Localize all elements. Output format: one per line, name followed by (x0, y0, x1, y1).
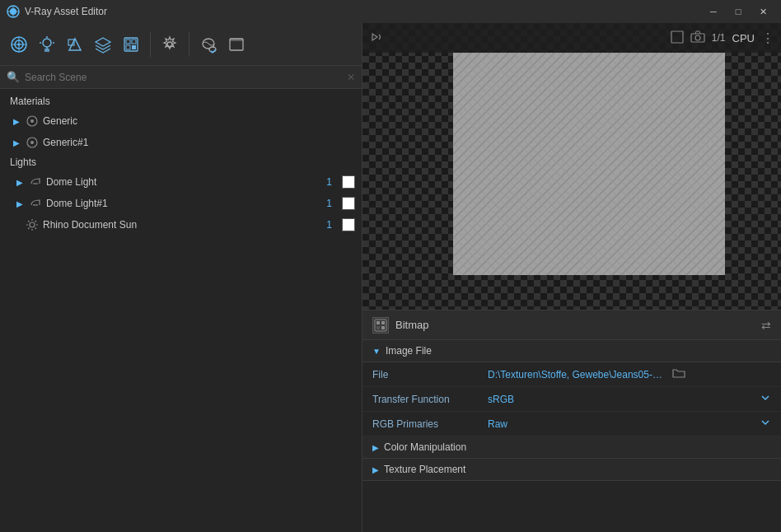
dome-light-label: Dome Light (46, 176, 323, 188)
list-item[interactable]: Rhino Document Sun 1 (0, 214, 362, 236)
list-item[interactable]: ▶ Dome Light#1 1 (0, 193, 362, 214)
rgb-primaries-row: RGB Primaries Raw (362, 412, 781, 436)
color-manipulation-label: Color Manipulation (384, 441, 466, 453)
texture-placement-label: Texture Placement (384, 464, 465, 475)
app-icon (7, 5, 20, 18)
main-layout: 🔍 ✕ Materials ▶ Generic ▶ (0, 23, 781, 532)
section-expand-arrow: ▼ (372, 347, 381, 356)
rgb-primaries-dropdown[interactable] (760, 417, 771, 432)
file-browse-icon[interactable] (672, 367, 685, 381)
titlebar: V-Ray Asset Editor ─ □ ✕ (0, 0, 781, 23)
more-options-icon[interactable]: ⋮ (761, 30, 774, 46)
svg-rect-48 (381, 321, 385, 324)
settings-icon[interactable] (157, 32, 182, 57)
bitmap-title: Bitmap (395, 319, 755, 331)
render-icon[interactable] (196, 32, 221, 57)
expand-arrow: ▶ (13, 117, 21, 126)
svg-line-40 (35, 221, 37, 222)
sun-light-label: Rhino Document Sun (43, 219, 323, 231)
dome-light-icon (28, 175, 43, 189)
close-button[interactable]: ✕ (751, 0, 774, 23)
material-icon (25, 114, 40, 128)
svg-rect-20 (126, 45, 130, 49)
audio-icon (369, 30, 384, 47)
svg-rect-50 (381, 326, 385, 329)
toolbar-divider-2 (189, 32, 189, 57)
minimize-button[interactable]: ─ (702, 0, 725, 23)
sun-light-swatch (342, 218, 355, 231)
dome-light-1-count: 1 (326, 198, 332, 209)
camera-icon[interactable] (690, 30, 705, 46)
render-ratio: 1/1 (712, 32, 726, 44)
layers-icon[interactable] (91, 32, 115, 57)
rgb-primaries-value: Raw (488, 418, 760, 430)
dome-light-icon (28, 196, 43, 211)
dome-light-1-swatch (342, 197, 355, 210)
search-input[interactable] (25, 72, 342, 83)
color-manipulation-section[interactable]: ▶ Color Manipulation (362, 436, 781, 459)
material-label: Generic#1 (43, 137, 355, 148)
toolbar (0, 23, 362, 66)
file-property-row: File D:\Texturen\Stoffe, Gewebe\Jeans05-… (362, 362, 781, 387)
svg-rect-49 (376, 326, 380, 329)
svg-rect-19 (132, 40, 136, 44)
list-item[interactable]: ▶ Dome Light 1 (0, 171, 362, 193)
svg-line-39 (35, 228, 37, 230)
lights-icon[interactable] (35, 32, 59, 57)
left-panel: 🔍 ✕ Materials ▶ Generic ▶ (0, 23, 362, 532)
svg-rect-18 (126, 40, 130, 44)
cpu-label: CPU (732, 32, 755, 44)
svg-rect-21 (132, 45, 136, 49)
transfer-function-dropdown[interactable] (760, 392, 771, 407)
sun-light-count: 1 (326, 219, 332, 231)
right-panel: 1/1 CPU ⋮ Bitmap (362, 23, 781, 532)
svg-marker-42 (372, 34, 377, 40)
svg-rect-47 (376, 321, 380, 324)
clear-search-icon[interactable]: ✕ (347, 72, 355, 83)
dome-light-count: 1 (326, 176, 332, 188)
expand-arrow: ▶ (16, 199, 25, 208)
section-collapsed-arrow: ▶ (372, 465, 379, 474)
material-icon (25, 135, 40, 150)
maximize-button[interactable]: □ (727, 0, 750, 23)
texture-placement-section[interactable]: ▶ Texture Placement (362, 459, 781, 481)
materials-icon[interactable] (7, 32, 31, 57)
rgb-primaries-label: RGB Primaries (372, 418, 488, 430)
properties-panel: Bitmap ⇄ ▼ Image File File D:\Texturen\S… (362, 310, 781, 532)
render-topbar: 1/1 CPU ⋮ (362, 23, 781, 53)
file-label: File (372, 369, 488, 380)
dome-light-swatch (342, 175, 355, 189)
transfer-function-row: Transfer Function sRGB (362, 387, 781, 412)
view-mode-icon[interactable] (671, 30, 684, 46)
svg-point-33 (30, 222, 35, 227)
search-bar: 🔍 ✕ (0, 66, 362, 89)
svg-rect-26 (230, 39, 243, 41)
bitmap-settings-icon[interactable]: ⇄ (761, 319, 771, 332)
scene-tree: Materials ▶ Generic ▶ (0, 89, 362, 532)
svg-point-9 (43, 39, 51, 47)
texture-preview (453, 53, 725, 275)
file-value: D:\Texturen\Stoffe, Gewebe\Jeans05-Cross… (488, 369, 669, 380)
transfer-function-label: Transfer Function (372, 394, 488, 405)
materials-section-header: Materials (0, 92, 362, 110)
transfer-function-value: sRGB (488, 394, 760, 405)
section-collapsed-arrow: ▶ (372, 443, 379, 452)
list-item[interactable]: ▶ Generic (0, 110, 362, 132)
sun-light-icon (25, 217, 40, 232)
material-label: Generic (43, 115, 355, 127)
bitmap-header: Bitmap ⇄ (362, 310, 781, 340)
view-icon[interactable] (224, 32, 249, 57)
svg-point-30 (30, 141, 34, 144)
geometry-icon[interactable] (63, 32, 87, 57)
svg-line-38 (28, 221, 30, 222)
list-item[interactable]: ▶ Generic#1 (0, 132, 362, 153)
render-elements-icon[interactable] (119, 32, 143, 57)
toolbar-divider-1 (150, 32, 151, 57)
svg-point-45 (695, 35, 700, 40)
dome-light-1-label: Dome Light#1 (46, 198, 323, 209)
image-file-section-header[interactable]: ▼ Image File (362, 340, 781, 362)
window-title: V-Ray Asset Editor (25, 6, 702, 17)
svg-point-28 (30, 119, 34, 123)
expand-arrow: ▶ (13, 138, 21, 147)
render-view: 1/1 CPU ⋮ (362, 23, 781, 310)
